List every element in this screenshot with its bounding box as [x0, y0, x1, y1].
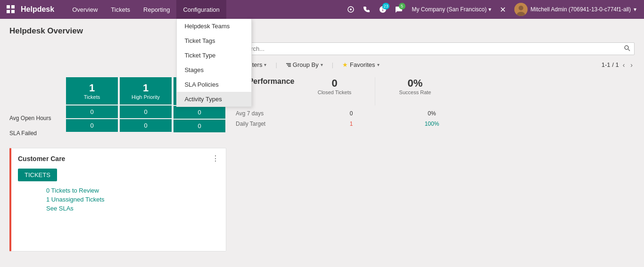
svg-rect-2: [7, 10, 10, 13]
search-input-wrap[interactable]: [236, 42, 635, 55]
svg-point-9: [625, 46, 628, 49]
svg-point-7: [519, 6, 523, 10]
nav-overview[interactable]: Overview: [66, 0, 104, 19]
team-name: Customer Care: [18, 155, 65, 162]
perf-rate-today: 0%: [385, 77, 446, 89]
configuration-dropdown: Helpdesk Teams Ticket Tags Ticket Type S…: [176, 19, 252, 107]
message-icon-btn[interactable]: 5: [392, 3, 405, 16]
user-section[interactable]: Mitchell Admin (706941-13-0-c774f1-all) …: [511, 3, 640, 16]
perf-target-rate: 100%: [401, 121, 462, 127]
high-priority-card-header[interactable]: 1 High Priority: [120, 77, 172, 105]
svg-rect-0: [7, 5, 10, 8]
perf-avg-closed: 0: [321, 110, 382, 117]
urgent-avg-open[interactable]: 0: [173, 106, 225, 119]
menu-activity-types[interactable]: Activity Types: [177, 92, 251, 106]
perf-avg-label: Avg 7 days: [236, 110, 311, 117]
nav-items: Overview Tickets Reporting Configuration…: [66, 0, 344, 19]
filters-row: Filters ▾ | Group By ▾ | ★ Favorites ▾: [236, 60, 635, 70]
perf-target-label: Daily Target: [236, 121, 311, 127]
perf-avg-rate: 0%: [401, 110, 462, 117]
team-link-unassigned[interactable]: 1 Unassigned Tickets: [46, 196, 219, 203]
svg-point-5: [350, 8, 352, 10]
search-input[interactable]: [240, 45, 624, 52]
menu-ticket-tags[interactable]: Ticket Tags: [177, 33, 251, 48]
user-chevron: ▾: [634, 6, 636, 13]
high-avg-open[interactable]: 0: [120, 105, 172, 118]
phone-icon-btn[interactable]: [360, 3, 373, 16]
svg-rect-1: [11, 5, 15, 8]
svg-line-10: [628, 49, 630, 51]
nav-configuration[interactable]: Configuration Helpdesk Teams Ticket Tags…: [176, 0, 226, 19]
team-link-review[interactable]: 0 Tickets to Review: [46, 187, 219, 194]
bug-icon-btn[interactable]: [344, 3, 357, 16]
tickets-sla-failed[interactable]: 0: [66, 119, 118, 132]
perf-target-closed: 1: [321, 121, 382, 127]
page-content: Helpdesk Overview Filters: [0, 19, 644, 259]
company-name: My Company (San Francisco): [412, 6, 487, 13]
team-card-header: Customer Care ⋮: [18, 154, 219, 163]
menu-sla-policies[interactable]: SLA Policies: [177, 77, 251, 92]
chat-icon-btn[interactable]: 23: [376, 3, 389, 16]
menu-helpdesk-teams[interactable]: Helpdesk Teams: [177, 19, 251, 33]
perf-target-row: Daily Target 1 100%: [236, 121, 635, 127]
main-layout: Avg Open Hours SLA Failed 1 Tickets 0 0 …: [9, 77, 635, 251]
perf-rate-block: 0% Success Rate: [385, 77, 446, 95]
tickets-card-header[interactable]: 1 Tickets: [66, 77, 118, 105]
nav-tickets[interactable]: Tickets: [104, 0, 137, 19]
team-card: Customer Care ⋮ TICKETS 0 Tickets to Rev…: [9, 148, 226, 251]
right-panel: My Performance Today 0 Closed Tickets 0%…: [226, 77, 635, 251]
search-bar: [236, 42, 635, 55]
app-name: Helpdesk: [21, 5, 54, 14]
top-nav: Helpdesk Overview Tickets Reporting Conf…: [0, 0, 644, 19]
perf-closed-block: 0 Closed Tickets: [304, 77, 365, 95]
page-title: Helpdesk Overview: [9, 26, 635, 36]
team-menu-btn[interactable]: ⋮: [212, 154, 219, 163]
nav-reporting[interactable]: Reporting: [137, 0, 176, 19]
svg-rect-3: [11, 10, 15, 13]
grid-icon[interactable]: [4, 2, 18, 16]
perf-rate-label: Success Rate: [385, 89, 446, 95]
menu-ticket-type[interactable]: Ticket Type: [177, 48, 251, 63]
menu-stages[interactable]: Stages: [177, 63, 251, 77]
tickets-avg-open[interactable]: 0: [66, 105, 118, 118]
group-by-btn[interactable]: Group By ▾: [283, 60, 326, 70]
high-sla-failed[interactable]: 0: [120, 119, 172, 132]
next-page-btn[interactable]: ›: [628, 60, 635, 70]
user-name: Mitchell Admin (706941-13-0-c774f1-all): [530, 6, 631, 13]
avg-open-hours-label: Avg Open Hours: [9, 111, 66, 125]
chat-badge: 23: [382, 3, 389, 9]
search-icon[interactable]: [624, 45, 630, 53]
nav-right: 23 5 My Company (San Francisco) ▾ ✕ Mitc…: [344, 3, 641, 16]
perf-avg-row: Avg 7 days 0 0%: [236, 110, 635, 117]
message-badge: 5: [399, 3, 405, 9]
company-selector[interactable]: My Company (San Francisco) ▾: [408, 6, 495, 13]
perf-divider-1: [375, 77, 375, 105]
company-chevron: ▾: [488, 6, 491, 13]
team-links: 0 Tickets to Review 1 Unassigned Tickets…: [18, 187, 219, 212]
team-link-slas[interactable]: See SLAs: [46, 205, 219, 212]
sla-failed-label: SLA Failed: [9, 126, 66, 140]
favorites-btn[interactable]: ★ Favorites ▾: [339, 60, 382, 70]
pagination-info: 1-1 / 1: [602, 61, 619, 68]
perf-closed-label: Closed Tickets: [304, 89, 365, 95]
perf-closed-today: 0: [304, 77, 365, 89]
tickets-button[interactable]: TICKETS: [18, 169, 57, 181]
close-button[interactable]: ✕: [498, 5, 508, 14]
urgent-sla-failed[interactable]: 0: [173, 120, 225, 132]
prev-page-btn[interactable]: ‹: [621, 60, 627, 70]
avatar: [514, 3, 528, 16]
